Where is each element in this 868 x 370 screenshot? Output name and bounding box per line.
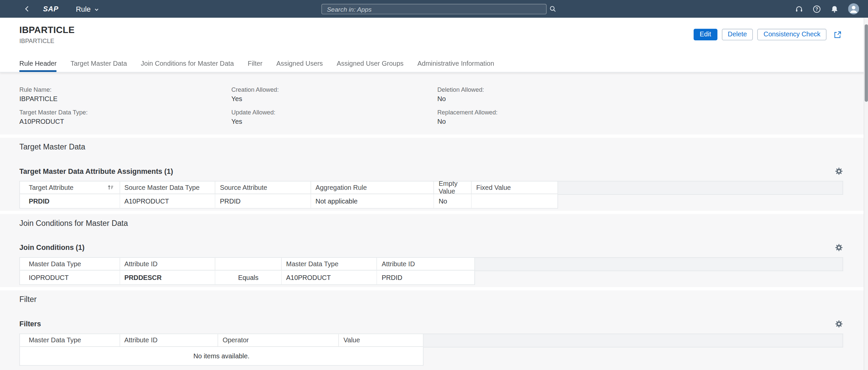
table-title: Join Conditions (1) (19, 243, 85, 251)
column-label: Target Attribute (29, 184, 73, 192)
table-toolbar: Filters (19, 319, 843, 328)
field-value: Yes (231, 95, 437, 104)
table-title: Target Master Data Attribute Assignments… (19, 167, 173, 175)
cell-join-operator: Equals (215, 271, 282, 284)
cell-master-data-type-right: A10PRODUCT (282, 271, 377, 284)
field-label: Creation Allowed: (231, 86, 437, 93)
table-header-row: Master Data Type Attribute ID Operator V… (20, 334, 423, 347)
table-header-extension (423, 334, 843, 347)
cell-source-attribute: PRDID (215, 194, 311, 208)
cell-target-attribute: PRDID (20, 194, 120, 208)
field-label: Rule Name: (19, 86, 231, 93)
field-value: No (437, 95, 649, 104)
back-button[interactable] (22, 4, 32, 14)
section-filter: Filter Filters Master Data Type Attribut… (0, 291, 868, 368)
search-input[interactable] (321, 4, 547, 15)
support-icon[interactable] (795, 5, 803, 13)
column-header-value[interactable]: Value (339, 334, 423, 346)
column-header-attribute-id-right[interactable]: Attribute ID (377, 258, 474, 270)
column-header-master-data-type[interactable]: Master Data Type (20, 258, 120, 270)
help-icon[interactable] (813, 5, 821, 13)
cell-fixed-value (472, 194, 557, 208)
vertical-scrollbar[interactable] (864, 18, 868, 370)
table-header-row: Target Attribute Source Master Data Type… (20, 181, 558, 194)
column-header-source-attribute[interactable]: Source Attribute (215, 181, 311, 194)
back-icon (23, 5, 31, 13)
tab-administrative-information[interactable]: Administrative Information (417, 56, 494, 72)
table-header-row: Master Data Type Attribute ID Master Dat… (20, 258, 474, 271)
tab-assigned-user-groups[interactable]: Assigned User Groups (337, 56, 404, 72)
rule-header-form: Rule Name: IBPARTICLE Target Master Data… (19, 72, 843, 132)
section-join-conditions: Join Conditions for Master Data Join Con… (0, 214, 868, 291)
scrollbar-thumb[interactable] (865, 24, 868, 102)
anchor-tab-bar: Rule Header Target Master Data Join Cond… (0, 56, 868, 72)
table-header-extension (558, 181, 843, 195)
table-toolbar: Join Conditions (1) (19, 243, 843, 252)
page-content: Rule Name: IBPARTICLE Target Master Data… (0, 72, 868, 368)
sap-logo[interactable]: SAP (42, 3, 65, 14)
field-label: Replacement Allowed: (437, 108, 649, 116)
field-target-master-data-type: Target Master Data Type: A10PRODUCT (19, 108, 231, 126)
cell-source-master-data-type: A10PRODUCT (120, 194, 215, 208)
cell-attribute-id-right: PRDID (377, 271, 474, 284)
column-header-master-data-type-right[interactable]: Master Data Type (282, 258, 377, 270)
column-header-fixed-value[interactable]: Fixed Value (472, 181, 557, 194)
cell-master-data-type: IOPRODUCT (20, 271, 120, 284)
settings-gear-icon[interactable] (835, 319, 843, 328)
table-header-extension (475, 257, 843, 271)
column-header-operator[interactable]: Operator (218, 334, 339, 346)
filters-table: Master Data Type Attribute ID Operator V… (19, 334, 843, 366)
field-label: Deletion Allowed: (437, 86, 649, 93)
join-conditions-table: Master Data Type Attribute ID Master Dat… (19, 257, 843, 285)
section-heading: Join Conditions for Master Data (19, 214, 843, 228)
user-avatar[interactable] (848, 3, 859, 14)
share-icon (834, 31, 841, 38)
column-header-operator-spacer (215, 258, 282, 270)
column-header-master-data-type[interactable]: Master Data Type (20, 334, 120, 346)
object-page-header: IBPARTICLE IBPARTICLE Edit Delete Consis… (0, 18, 868, 56)
tab-rule-header[interactable]: Rule Header (19, 56, 57, 72)
notifications-icon[interactable] (830, 5, 839, 13)
page-subtitle: IBPARTICLE (19, 38, 74, 44)
cell-aggregation-rule: Not applicable (311, 194, 434, 208)
table-row[interactable]: PRDID A10PRODUCT PRDID Not applicable No (20, 194, 558, 208)
table-toolbar: Target Master Data Attribute Assignments… (19, 167, 843, 175)
table-title: Filters (19, 319, 41, 328)
edit-button[interactable]: Edit (694, 29, 717, 40)
field-deletion-allowed: Deletion Allowed: No (437, 86, 649, 103)
share-button[interactable] (832, 29, 843, 40)
table-row[interactable]: IOPRODUCT PRDDESCR Equals A10PRODUCT PRD… (20, 271, 474, 284)
tab-assigned-users[interactable]: Assigned Users (276, 56, 323, 72)
column-header-attribute-id[interactable]: Attribute ID (120, 334, 218, 346)
field-value: A10PRODUCT (19, 117, 231, 127)
settings-gear-icon[interactable] (835, 167, 843, 175)
field-label: Target Master Data Type: (19, 108, 231, 116)
column-header-aggregation-rule[interactable]: Aggregation Rule (311, 181, 434, 194)
consistency-check-button[interactable]: Consistency Check (757, 29, 827, 40)
column-header-target-attribute[interactable]: Target Attribute (20, 181, 120, 194)
section-heading: Filter (19, 291, 843, 304)
field-creation-allowed: Creation Allowed: Yes (231, 86, 437, 103)
tab-join-conditions[interactable]: Join Conditions for Master Data (141, 56, 234, 72)
field-replacement-allowed: Replacement Allowed: No (437, 108, 649, 126)
column-header-attribute-id[interactable]: Attribute ID (120, 258, 215, 270)
tab-filter[interactable]: Filter (248, 56, 262, 72)
column-header-source-master-data-type[interactable]: Source Master Data Type (120, 181, 215, 194)
field-label: Update Allowed: (231, 108, 437, 116)
tab-target-master-data[interactable]: Target Master Data (70, 56, 127, 72)
sort-ascending-icon (107, 185, 114, 191)
search-icon[interactable] (549, 5, 557, 12)
field-value: Yes (231, 117, 437, 127)
delete-button[interactable]: Delete (722, 29, 753, 40)
cell-attribute-id: PRDDESCR (120, 271, 215, 284)
app-title-menu[interactable]: Rule (76, 5, 99, 13)
section-target-master-data: Target Master Data Target Master Data At… (0, 138, 868, 214)
settings-gear-icon[interactable] (835, 243, 843, 251)
attribute-assignments-table: Target Attribute Source Master Data Type… (19, 181, 843, 208)
shell-bar: SAP Rule (0, 0, 868, 18)
sap-logo-text: SAP (43, 5, 58, 13)
chevron-down-icon (94, 7, 99, 12)
cell-empty-value: No (434, 194, 472, 208)
column-header-empty-value[interactable]: Empty Value (434, 181, 472, 194)
app-title: Rule (76, 5, 90, 13)
